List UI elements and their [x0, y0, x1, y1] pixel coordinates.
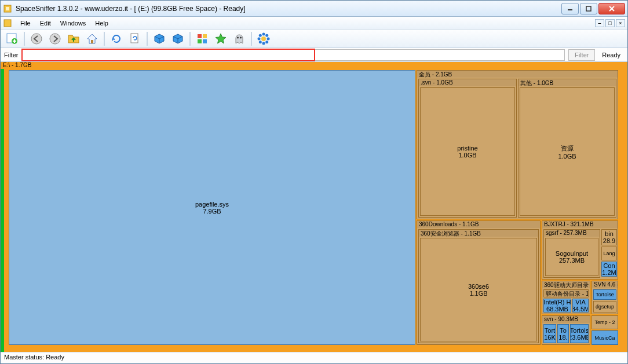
ghost-button[interactable]: [231, 31, 247, 47]
toolbar: [1, 30, 627, 48]
treemap[interactable]: E:\ - 1.7GB pagefile.sys7.9GB 全员 - 2.1GB…: [1, 62, 627, 352]
root-label: E:\ - 1.7GB: [1, 62, 627, 69]
filter-input-wrap: [21, 49, 565, 61]
block-other-hdr: 其他 - 1.0GB: [519, 79, 616, 86]
block-driver-hdr: 360驱动大师目录 -: [542, 281, 590, 288]
svg-point-29: [265, 41, 268, 43]
svg-point-12: [50, 34, 60, 44]
app-icon-small: [3, 19, 12, 28]
svg-point-23: [262, 42, 265, 45]
filterbar: Filter Filter Ready: [1, 48, 627, 62]
block-backup[interactable]: 驱动备份目录 - 10: [543, 289, 589, 297]
minimize-button[interactable]: [561, 3, 579, 14]
svg-point-28: [259, 41, 262, 43]
app-icon: [3, 4, 12, 13]
svg-point-11: [31, 34, 42, 44]
svg-rect-18: [203, 39, 207, 43]
block-bjxtrj[interactable]: BJXTRJ - 321.1MB sgsrf - 257.3MB SogouIn…: [542, 220, 618, 280]
block-360downloads-hdr: 360Downloads - 1.1GB: [417, 221, 540, 228]
svg-rect-17: [198, 39, 202, 43]
svg-point-22: [262, 32, 265, 35]
block-tort1[interactable]: Tort16K: [543, 324, 556, 343]
window-title: SpaceSniffer 1.3.0.2 - www.uderzo.it - […: [16, 5, 561, 13]
block-sogou-label: SogouInput257.3MB: [556, 250, 588, 264]
svg-point-27: [265, 34, 268, 36]
cube1-button[interactable]: [151, 31, 167, 47]
refresh-file-button[interactable]: [127, 31, 143, 47]
block-tort2[interactable]: To18.: [557, 324, 569, 343]
block-driver[interactable]: 360驱动大师目录 - 驱动备份目录 - 10 Intel(R) H68.3MB…: [542, 281, 590, 314]
block-lang[interactable]: Lang: [601, 247, 617, 260]
svg-point-24: [258, 37, 261, 40]
filter-input-extended[interactable]: [315, 49, 565, 61]
mdi-restore-button[interactable]: □: [605, 19, 615, 27]
block-360se6[interactable]: 360se61.1GB: [420, 238, 537, 341]
block-ziyuan-label: 资源1.0GB: [558, 144, 576, 160]
block-intel[interactable]: Intel(R) H68.3MB: [543, 299, 571, 312]
gear-flower-button[interactable]: [255, 31, 272, 47]
block-dgsetup[interactable]: dgsetup: [593, 301, 616, 312]
svg-rect-3: [586, 6, 591, 11]
menu-edit[interactable]: Edit: [35, 19, 56, 28]
block-svn90[interactable]: svn - 90.3MB Tort16K To18. Tortois23.6MB: [542, 315, 590, 345]
block-temp[interactable]: Temp - 2: [592, 315, 618, 329]
svg-rect-1: [6, 7, 9, 10]
block-pristine[interactable]: pristine1.0GB: [420, 87, 515, 216]
block-bjxtrj-hdr: BJXTRJ - 321.1MB: [542, 221, 618, 228]
menu-windows[interactable]: Windows: [56, 19, 91, 28]
block-other[interactable]: 其他 - 1.0GB 资源1.0GB: [518, 79, 616, 218]
svg-rect-15: [198, 34, 202, 38]
svg-point-19: [237, 36, 239, 38]
used-space-bar: [4, 69, 8, 352]
block-allmembers[interactable]: 全员 - 2.1GB .svn - 1.0GB pristine1.0GB 其他…: [417, 70, 618, 219]
star-button[interactable]: [213, 31, 229, 47]
block-pristine-label: pristine1.0GB: [457, 145, 477, 159]
menubar: File Edit Windows Help ‒ □ ×: [1, 17, 627, 30]
block-360browser-hdr: 360安全浏览器 - 1.1GB: [419, 230, 538, 237]
app-window: SpaceSniffer 1.3.0.2 - www.uderzo.it - […: [0, 0, 628, 364]
svg-rect-16: [203, 34, 207, 38]
close-button[interactable]: [598, 3, 625, 14]
filter-input[interactable]: [21, 49, 315, 61]
block-svn46[interactable]: SVN 4.6 - Tortoise dgsetup: [592, 281, 618, 314]
block-360browser[interactable]: 360安全浏览器 - 1.1GB 360se61.1GB: [418, 229, 539, 343]
home-button[interactable]: [84, 31, 100, 47]
svg-rect-6: [4, 20, 11, 27]
new-scan-button[interactable]: [4, 31, 20, 47]
block-pagefile[interactable]: pagefile.sys7.9GB: [9, 70, 415, 345]
svg-rect-13: [91, 40, 93, 43]
block-pagefile-label: pagefile.sys7.9GB: [195, 201, 229, 215]
menu-help[interactable]: Help: [90, 19, 113, 28]
filter-button[interactable]: Filter: [568, 49, 595, 61]
filter-label: Filter: [4, 52, 18, 58]
block-ziyuan[interactable]: 资源1.0GB: [520, 87, 615, 216]
menu-file[interactable]: File: [16, 19, 35, 28]
svg-point-21: [261, 36, 266, 41]
forward-button[interactable]: [47, 31, 63, 47]
block-con[interactable]: Con1.2M: [601, 262, 617, 277]
block-tort3[interactable]: Tortois23.6MB: [570, 324, 589, 343]
block-svn[interactable]: .svn - 1.0GB pristine1.0GB: [418, 79, 517, 218]
block-360downloads[interactable]: 360Downloads - 1.1GB 360安全浏览器 - 1.1GB 36…: [417, 220, 541, 345]
cube2-button[interactable]: [170, 31, 186, 47]
blocks-button[interactable]: [194, 31, 210, 47]
block-tortoise[interactable]: Tortoise: [593, 289, 616, 300]
block-via[interactable]: VIA34.5M: [572, 299, 589, 312]
refresh-button[interactable]: [108, 31, 125, 47]
statusbar: Master status: Ready: [1, 352, 627, 363]
maximize-button[interactable]: [580, 3, 597, 14]
block-sgsrf[interactable]: sgsrf - 257.3MB SogouInput257.3MB: [543, 229, 600, 278]
back-button[interactable]: [28, 31, 45, 47]
block-allmembers-hdr: 全员 - 2.1GB: [417, 71, 618, 78]
svg-point-20: [240, 36, 242, 38]
status-ready: Ready: [598, 52, 624, 58]
titlebar: SpaceSniffer 1.3.0.2 - www.uderzo.it - […: [1, 1, 627, 17]
block-musicca[interactable]: MusicCa: [592, 330, 618, 345]
mdi-close-button[interactable]: ×: [616, 19, 625, 27]
mdi-minimize-button[interactable]: ‒: [595, 19, 604, 27]
svg-point-26: [259, 34, 262, 36]
svg-point-25: [267, 37, 270, 40]
block-sogou[interactable]: SogouInput257.3MB: [545, 238, 598, 276]
folder-up-button[interactable]: [65, 31, 82, 47]
block-bin[interactable]: bin28.9: [601, 229, 617, 245]
